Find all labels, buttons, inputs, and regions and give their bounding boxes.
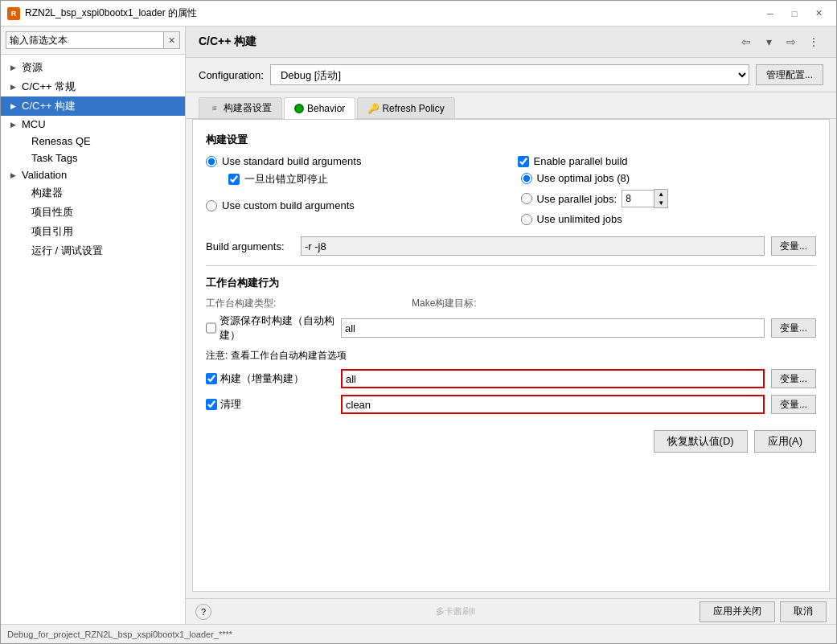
restore-defaults-button[interactable]: 恢复默认值(D)	[654, 430, 748, 453]
workbench-section: 工作台构建行为 工作台构建类型: Make构建目标: 资源保存时	[206, 276, 816, 414]
sidebar-item-label: Renesas QE	[31, 135, 91, 147]
clean-row: 清理 变量...	[206, 395, 816, 414]
enable-parallel-checkbox[interactable]	[518, 156, 529, 167]
auto-build-input[interactable]	[341, 318, 765, 338]
clean-checkbox[interactable]	[206, 399, 217, 410]
tab-refresh-policy[interactable]: 🔑 Refresh Policy	[357, 97, 454, 118]
tab-label: Behavior	[307, 103, 345, 114]
close-button[interactable]: ✕	[807, 6, 830, 22]
clean-label: 清理	[206, 397, 334, 412]
make-target-label: Make构建目标:	[412, 297, 477, 309]
window-title: RZN2L_bsp_xspi0bootx1_loader 的属性	[25, 6, 759, 20]
list-icon: ≡	[209, 103, 220, 114]
sidebar-tree: ▶ 资源 ▶ C/C++ 常规 ▶ C/C++ 构建 ▶ MCU Rene	[1, 55, 185, 624]
spinner-down-button[interactable]: ▼	[654, 199, 667, 207]
enable-parallel-label[interactable]: Enable parallel build	[518, 155, 817, 167]
build-increment-checkbox[interactable]	[206, 373, 217, 384]
main-content: ✕ ▶ 资源 ▶ C/C++ 常规 ▶ C/C++ 构建 ▶ MCU	[1, 27, 836, 624]
sidebar-item-cpp-common[interactable]: ▶ C/C++ 常规	[1, 77, 185, 96]
cancel-button[interactable]: 取消	[780, 601, 827, 622]
col-right: Enable parallel build Use optimal jobs (…	[518, 155, 817, 230]
standard-build-text: Use standard build arguments	[222, 155, 361, 167]
content-panel: C/C++ 构建 ⇦ ▾ ⇨ ⋮ Configuration: Debug [活…	[186, 27, 836, 624]
tab-behavior[interactable]: Behavior	[284, 97, 355, 119]
variables-button-1[interactable]: 变量...	[771, 236, 816, 256]
sidebar-item-task-tags[interactable]: Task Tags	[1, 150, 185, 166]
tab-builder-settings[interactable]: ≡ 构建器设置	[199, 97, 282, 118]
unlimited-jobs-radio[interactable]	[521, 214, 532, 225]
arrow-icon: ▶	[10, 83, 18, 91]
stop-on-error-label[interactable]: 一旦出错立即停止	[228, 172, 505, 187]
arrow-icon: ▶	[10, 102, 18, 110]
auto-build-label: 资源保存时构建（自动构建）	[206, 314, 334, 343]
config-select[interactable]: Debug [活动]	[270, 64, 749, 85]
status-bar: Debug_for_project_RZN2L_bsp_xspi0bootx1_…	[1, 624, 836, 643]
stop-on-error-checkbox[interactable]	[228, 174, 240, 185]
sidebar-item-cpp-build[interactable]: ▶ C/C++ 构建	[1, 96, 185, 116]
sidebar-item-label: C/C++ 构建	[22, 99, 76, 113]
optimal-jobs-radio[interactable]	[521, 173, 532, 184]
parallel-jobs-text: Use parallel jobs:	[537, 193, 617, 205]
nav-forward-button[interactable]: ▾	[759, 33, 778, 51]
build-increment-input[interactable]	[341, 369, 765, 388]
panel-nav: ⇦ ▾ ⇨ ⋮	[736, 33, 823, 51]
arrow-icon: ▶	[10, 121, 18, 129]
search-clear-button[interactable]: ✕	[164, 31, 180, 49]
minimize-button[interactable]: ─	[759, 6, 782, 22]
clean-input[interactable]	[341, 395, 765, 414]
key-icon: 🔑	[367, 103, 379, 114]
build-increment-var-button[interactable]: 变量...	[771, 369, 816, 388]
search-input[interactable]	[6, 31, 164, 49]
custom-build-group: Use custom build arguments	[206, 199, 505, 211]
sidebar-item-project-props[interactable]: 项目性质	[1, 203, 185, 222]
build-settings-title: 构建设置	[206, 133, 816, 147]
sidebar-item-validation[interactable]: ▶ Validation	[1, 166, 185, 183]
standard-build-group: Use standard build arguments 一旦出错立即停止	[206, 155, 505, 187]
sidebar-item-label: 项目性质	[31, 205, 73, 219]
nav-menu-button[interactable]: ⋮	[804, 33, 823, 51]
build-options-layout: Use standard build arguments 一旦出错立即停止	[206, 155, 816, 230]
tab-label: 构建器设置	[224, 101, 272, 115]
clean-var-button[interactable]: 变量...	[771, 395, 816, 414]
sidebar-item-label: 运行 / 调试设置	[31, 244, 103, 258]
search-bar: ✕	[1, 27, 185, 55]
unlimited-jobs-label[interactable]: Use unlimited jobs	[521, 213, 817, 225]
sidebar-item-mcu[interactable]: ▶ MCU	[1, 116, 185, 133]
apply-button[interactable]: 应用(A)	[754, 430, 816, 453]
bottom-action-buttons: 应用并关闭 取消	[700, 601, 827, 622]
col-left: Use standard build arguments 一旦出错立即停止	[206, 155, 505, 230]
help-button[interactable]: ?	[195, 604, 211, 620]
sidebar-item-renesas-qe[interactable]: Renesas QE	[1, 133, 185, 150]
parallel-jobs-input[interactable]	[622, 190, 654, 207]
auto-build-var-button[interactable]: 变量...	[771, 318, 816, 338]
sidebar-item-run-debug[interactable]: 运行 / 调试设置	[1, 241, 185, 260]
sidebar-item-builder[interactable]: 构建器	[1, 183, 185, 203]
custom-build-text: Use custom build arguments	[222, 199, 355, 211]
parallel-jobs-spinner: ▲ ▼	[622, 189, 668, 208]
build-arguments-input[interactable]	[301, 236, 765, 256]
sidebar-item-resources[interactable]: ▶ 资源	[1, 58, 185, 77]
config-bar: Configuration: Debug [活动] 管理配置...	[186, 58, 836, 92]
custom-build-radio[interactable]	[206, 200, 217, 211]
panel-footer-buttons: 恢复默认值(D) 应用(A)	[206, 430, 816, 453]
config-label: Configuration:	[199, 69, 264, 81]
auto-build-checkbox[interactable]	[206, 322, 216, 334]
custom-build-radio-label[interactable]: Use custom build arguments	[206, 199, 505, 211]
standard-build-radio-label[interactable]: Use standard build arguments	[206, 155, 505, 167]
sidebar-item-label: C/C++ 常规	[22, 80, 76, 94]
parallel-jobs-radio[interactable]	[521, 193, 532, 204]
standard-build-radio[interactable]	[206, 156, 217, 167]
nav-next-button[interactable]: ⇨	[782, 33, 801, 51]
nav-back-button[interactable]: ⇦	[736, 33, 756, 51]
maximize-button[interactable]: □	[783, 6, 806, 22]
apply-close-button[interactable]: 应用并关闭	[700, 601, 775, 622]
status-text: Debug_for_project_RZN2L_bsp_xspi0bootx1_…	[7, 630, 232, 639]
sidebar-item-project-refs[interactable]: 项目引用	[1, 222, 185, 241]
spinner-up-button[interactable]: ▲	[654, 190, 667, 199]
unlimited-jobs-text: Use unlimited jobs	[537, 213, 622, 225]
sidebar-item-label: 资源	[22, 60, 43, 75]
panel-header: C/C++ 构建 ⇦ ▾ ⇨ ⋮	[186, 27, 836, 58]
manage-config-button[interactable]: 管理配置...	[756, 64, 823, 85]
optimal-jobs-label[interactable]: Use optimal jobs (8)	[521, 172, 817, 184]
parallel-jobs-label[interactable]: Use parallel jobs: ▲ ▼	[521, 189, 817, 208]
